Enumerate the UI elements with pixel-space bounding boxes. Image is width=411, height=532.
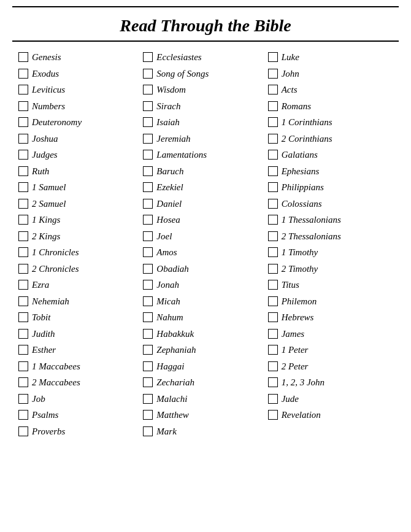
- book-checkbox[interactable]: [18, 150, 28, 160]
- book-checkbox[interactable]: [18, 280, 28, 290]
- book-checkbox[interactable]: [143, 182, 153, 192]
- book-checkbox[interactable]: [143, 150, 153, 160]
- list-item: 2 Corinthians: [268, 132, 393, 146]
- book-checkbox[interactable]: [18, 101, 28, 111]
- book-checkbox[interactable]: [143, 117, 153, 127]
- book-checkbox[interactable]: [18, 361, 28, 371]
- book-checkbox[interactable]: [268, 247, 278, 257]
- book-checkbox[interactable]: [18, 231, 28, 241]
- list-item: 1 Timothy: [268, 245, 393, 260]
- book-checkbox[interactable]: [143, 394, 153, 404]
- book-checkbox[interactable]: [268, 329, 278, 339]
- book-name: Exodus: [32, 67, 59, 81]
- book-checkbox[interactable]: [268, 231, 278, 241]
- book-checkbox[interactable]: [268, 264, 278, 274]
- book-checkbox[interactable]: [143, 345, 153, 355]
- book-checkbox[interactable]: [143, 215, 153, 225]
- book-checkbox[interactable]: [268, 85, 278, 94]
- book-checkbox[interactable]: [18, 215, 28, 225]
- list-item: Job: [18, 392, 143, 406]
- book-checkbox[interactable]: [143, 410, 153, 420]
- book-checkbox[interactable]: [268, 182, 278, 192]
- book-name: 2 Chronicles: [32, 262, 79, 276]
- book-checkbox[interactable]: [268, 361, 278, 371]
- book-checkbox[interactable]: [18, 69, 28, 79]
- book-checkbox[interactable]: [18, 329, 28, 339]
- book-checkbox[interactable]: [268, 215, 278, 225]
- book-name: Nahum: [156, 310, 183, 325]
- list-item: 2 Samuel: [18, 197, 143, 211]
- book-checkbox[interactable]: [143, 231, 153, 241]
- book-checkbox[interactable]: [268, 312, 278, 322]
- bottom-rule: [12, 40, 399, 42]
- book-checkbox[interactable]: [268, 117, 278, 127]
- book-name: 1 Maccabees: [32, 360, 80, 374]
- book-checkbox[interactable]: [18, 166, 28, 176]
- book-checkbox[interactable]: [143, 426, 153, 436]
- list-item: Romans: [268, 99, 393, 114]
- book-checkbox[interactable]: [143, 361, 153, 371]
- book-checkbox[interactable]: [18, 182, 28, 192]
- book-checkbox[interactable]: [18, 117, 28, 127]
- book-checkbox[interactable]: [18, 52, 28, 62]
- book-checkbox[interactable]: [268, 134, 278, 144]
- book-checkbox[interactable]: [268, 410, 278, 420]
- list-item: Nahum: [143, 310, 267, 325]
- book-checkbox[interactable]: [268, 69, 278, 79]
- list-item: Jonah: [143, 278, 267, 292]
- book-checkbox[interactable]: [18, 394, 28, 404]
- book-checkbox[interactable]: [143, 134, 153, 144]
- book-checkbox[interactable]: [143, 85, 153, 94]
- list-item: Joel: [143, 229, 267, 244]
- list-item: Ezra: [18, 278, 143, 292]
- book-checkbox[interactable]: [268, 166, 278, 176]
- book-checkbox[interactable]: [143, 312, 153, 322]
- book-checkbox[interactable]: [143, 199, 153, 209]
- book-checkbox[interactable]: [143, 69, 153, 79]
- list-item: Genesis: [18, 50, 143, 64]
- book-checkbox[interactable]: [18, 199, 28, 209]
- book-checkbox[interactable]: [268, 199, 278, 209]
- book-checkbox[interactable]: [18, 377, 28, 387]
- book-name: Joel: [156, 229, 172, 244]
- book-checkbox[interactable]: [18, 312, 28, 322]
- list-item: Malachi: [143, 392, 267, 406]
- book-checkbox[interactable]: [268, 296, 278, 306]
- book-checkbox[interactable]: [143, 280, 153, 290]
- book-checkbox[interactable]: [143, 329, 153, 339]
- book-name: Jonah: [156, 278, 179, 292]
- book-checkbox[interactable]: [18, 426, 28, 436]
- list-item: Deuteronomy: [18, 115, 143, 129]
- book-checkbox[interactable]: [18, 345, 28, 355]
- book-name: 1 Kings: [32, 213, 60, 227]
- book-checkbox[interactable]: [18, 264, 28, 274]
- book-name: 2 Thessalonians: [282, 229, 341, 244]
- book-checkbox[interactable]: [268, 280, 278, 290]
- book-checkbox[interactable]: [18, 85, 28, 94]
- book-checkbox[interactable]: [143, 377, 153, 387]
- book-checkbox[interactable]: [268, 394, 278, 404]
- book-checkbox[interactable]: [143, 52, 153, 62]
- book-checkbox[interactable]: [143, 101, 153, 111]
- book-name: 1 Corinthians: [282, 115, 332, 129]
- list-item: Obadiah: [143, 262, 267, 276]
- book-checkbox[interactable]: [268, 377, 278, 387]
- book-checkbox[interactable]: [143, 264, 153, 274]
- book-name: Romans: [282, 99, 311, 114]
- book-checkbox[interactable]: [143, 247, 153, 257]
- list-item: Psalms: [18, 408, 143, 422]
- book-checkbox[interactable]: [143, 296, 153, 306]
- book-checkbox[interactable]: [268, 345, 278, 355]
- book-checkbox[interactable]: [268, 52, 278, 62]
- book-checkbox[interactable]: [268, 150, 278, 160]
- book-checkbox[interactable]: [18, 247, 28, 257]
- list-item: 1 Thessalonians: [268, 213, 393, 227]
- list-item: 2 Maccabees: [18, 376, 143, 390]
- book-checkbox[interactable]: [268, 101, 278, 111]
- book-checkbox[interactable]: [143, 166, 153, 176]
- book-checkbox[interactable]: [18, 134, 28, 144]
- list-item: Ruth: [18, 164, 143, 179]
- book-name: Judith: [32, 327, 55, 341]
- book-checkbox[interactable]: [18, 410, 28, 420]
- book-checkbox[interactable]: [18, 296, 28, 306]
